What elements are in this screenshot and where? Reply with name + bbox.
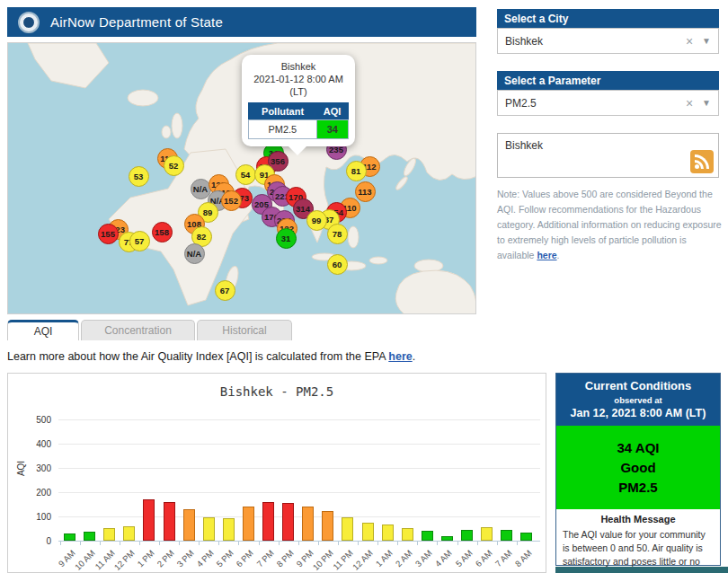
- aqi-marker[interactable]: 152: [221, 190, 242, 211]
- popup-pollutant-header: Pollutant: [249, 103, 317, 120]
- aqi-marker[interactable]: 81: [346, 161, 367, 181]
- epa-link[interactable]: here: [388, 350, 412, 363]
- chart-gridline: [58, 541, 540, 542]
- city-clear-icon[interactable]: ×: [686, 34, 693, 48]
- aqi-bar[interactable]: [84, 532, 95, 541]
- aqi-marker[interactable]: 52: [164, 155, 184, 176]
- aqi-marker[interactable]: 113: [355, 181, 376, 202]
- tab-historical[interactable]: Historical: [197, 320, 292, 340]
- chart-gridline: [58, 468, 540, 469]
- aqi-bar[interactable]: [223, 518, 235, 541]
- current-aqi-box: 34 AQI Good PM2.5: [556, 426, 720, 509]
- chart-axis-tick: [477, 541, 478, 545]
- chart-axis-tick: [218, 541, 219, 545]
- observed-datetime: Jan 12, 2021 8:00 AM (LT): [560, 407, 716, 419]
- aqi-bar[interactable]: [164, 502, 175, 541]
- current-conditions-header: Current Conditions observed at Jan 12, 2…: [556, 374, 720, 426]
- chart-y-tick: 500: [15, 415, 51, 425]
- current-aqi-category: Good: [560, 458, 716, 478]
- aqi-bar[interactable]: [501, 530, 512, 541]
- popup-datetime: 2021-01-12 8:00 AM: [247, 74, 350, 86]
- aqi-marker[interactable]: 155: [98, 224, 119, 244]
- aqi-bar[interactable]: [103, 528, 115, 541]
- current-conditions-title: Current Conditions: [560, 379, 716, 392]
- chart-axis-tick: [238, 541, 239, 545]
- current-conditions-panel: Current Conditions observed at Jan 12, 2…: [555, 373, 721, 566]
- aqi-marker[interactable]: 78: [327, 224, 348, 244]
- city-select[interactable]: Bishkek × ▼: [497, 28, 719, 54]
- popup-aqi-header: AQI: [316, 103, 348, 120]
- aqi-marker[interactable]: 54: [235, 164, 256, 185]
- health-message-section: Health Message The AQI value for your co…: [556, 509, 720, 573]
- rss-icon[interactable]: [690, 150, 714, 173]
- aqi-bar[interactable]: [422, 531, 433, 541]
- chart-axis-tick: [497, 541, 498, 545]
- aqi-marker[interactable]: 67: [215, 280, 235, 301]
- aqi-bar[interactable]: [402, 528, 413, 541]
- aqi-bar[interactable]: [461, 530, 473, 541]
- department-of-state-seal-icon: [18, 12, 40, 33]
- chart-axis-tick: [179, 541, 180, 545]
- rss-feed-box: Bishkek: [497, 133, 719, 178]
- learn-more-text: Learn more about how the Air Quality Ind…: [7, 350, 415, 363]
- aqi-bar[interactable]: [203, 517, 215, 541]
- aqi-marker[interactable]: 31: [276, 228, 297, 249]
- aqi-bar[interactable]: [481, 527, 493, 541]
- chart-axis-tick: [259, 541, 260, 545]
- chart-axis-tick: [377, 541, 378, 545]
- aqi-bar[interactable]: [243, 507, 254, 541]
- aqi-bar[interactable]: [342, 517, 353, 541]
- next-panel-edge: [555, 567, 728, 573]
- chart-axis-tick: [397, 541, 398, 545]
- chart-title: Bishkek - PM2.5: [8, 384, 546, 399]
- aqi-bar[interactable]: [64, 533, 75, 541]
- aqi-marker[interactable]: 158: [152, 222, 173, 242]
- parameter-dropdown-icon[interactable]: ▼: [702, 98, 711, 108]
- aqi-bar[interactable]: [123, 526, 135, 541]
- tab-aqi[interactable]: AQI: [7, 320, 79, 340]
- popup-table: Pollutant AQI PM2.5 34: [248, 102, 349, 139]
- chart-axis-tick: [358, 541, 359, 545]
- aqi-marker[interactable]: 99: [306, 210, 327, 231]
- chart-gridline: [58, 492, 540, 493]
- chart-y-tick: 300: [15, 463, 51, 473]
- chart-axis-tick: [298, 541, 299, 545]
- chart-axis-tick: [139, 541, 140, 545]
- aqi-bar[interactable]: [520, 533, 532, 541]
- aqi-bar[interactable]: [183, 509, 195, 541]
- tab-concentration[interactable]: Concentration: [81, 320, 195, 340]
- world-aqi-map[interactable]: 117525354N/A128110173N/A1528910812315577…: [7, 42, 476, 314]
- popup-city: Bishkek: [247, 61, 350, 74]
- chart-axis-tick: [417, 541, 418, 545]
- aqi-marker[interactable]: 53: [129, 166, 149, 187]
- city-select-value: Bishkek: [505, 35, 686, 48]
- note-text: Note: Values above 500 are considered Be…: [497, 189, 722, 260]
- parameter-clear-icon[interactable]: ×: [686, 96, 693, 110]
- rss-feed-title: Bishkek: [505, 139, 543, 152]
- parameter-select-value: PM2.5: [505, 97, 686, 110]
- aqi-marker[interactable]: N/A: [184, 243, 205, 264]
- chart-axis-tick: [159, 541, 160, 545]
- aqi-bar[interactable]: [143, 499, 155, 541]
- aqi-bar[interactable]: [322, 511, 333, 541]
- aqi-bar[interactable]: [362, 523, 374, 541]
- aqi-bar[interactable]: [282, 503, 294, 541]
- chart-y-tick: 200: [15, 488, 51, 498]
- aqi-bar[interactable]: [302, 507, 314, 541]
- chart-axis-tick: [517, 541, 518, 545]
- aqi-marker[interactable]: 60: [327, 254, 348, 275]
- chart-y-tick: 0: [15, 536, 51, 546]
- observed-at-label: observed at: [560, 395, 716, 405]
- parameter-select[interactable]: PM2.5 × ▼: [497, 90, 719, 116]
- map-popup[interactable]: Bishkek 2021-01-12 8:00 AM (LT) Pollutan…: [242, 55, 355, 146]
- aqi-bar[interactable]: [441, 536, 453, 541]
- chart-gridline: [58, 516, 540, 517]
- aqi-bar[interactable]: [262, 502, 274, 541]
- aqi-marker[interactable]: 57: [129, 231, 150, 251]
- aqi-bar[interactable]: [382, 525, 394, 541]
- chart-gridline: [58, 419, 540, 420]
- airnow-page: AirNow Department of State: [0, 0, 728, 573]
- city-dropdown-icon[interactable]: ▼: [702, 36, 711, 46]
- current-pollutant: PM2.5: [560, 478, 716, 498]
- note-link[interactable]: here: [537, 250, 556, 260]
